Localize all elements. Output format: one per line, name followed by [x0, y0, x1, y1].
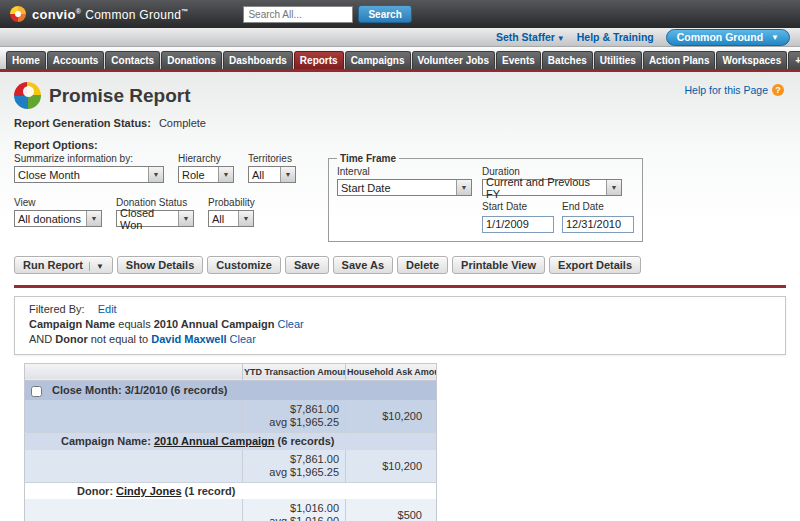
territories-select[interactable]: All▼	[248, 166, 296, 183]
search-input[interactable]	[243, 6, 353, 23]
territories-value: All	[252, 169, 264, 181]
save-as-button[interactable]: Save As	[333, 256, 393, 274]
filter-value: 2010 Annual Campaign	[154, 318, 275, 330]
donation-status-value: Closed Won	[120, 207, 174, 231]
tab-contacts[interactable]: Contacts	[105, 51, 160, 69]
donation-status-select[interactable]: Closed Won▼	[116, 210, 194, 227]
summarize-select[interactable]: Close Month▼	[14, 166, 164, 183]
view-select[interactable]: All donations▼	[14, 210, 102, 227]
convio-logo: convio®Common Ground™	[10, 6, 188, 22]
group-record-count: (6 records)	[275, 435, 335, 447]
hierarchy-label: Hierarchy	[178, 153, 234, 164]
duration-select[interactable]: Current and Previous FY▼	[482, 179, 622, 196]
date-range-fields: Start Date End Date	[482, 201, 634, 233]
page-content: Help for this Page ? Promise Report Repo…	[0, 72, 800, 521]
start-date-label: Start Date	[482, 201, 554, 212]
help-training-link[interactable]: Help & Training	[577, 31, 654, 43]
territories-field: Territories All▼	[248, 153, 296, 183]
subbar: Seth Staffer▼ Help & Training Common Gro…	[0, 28, 800, 47]
tab-reports[interactable]: Reports	[294, 51, 344, 69]
filter-line-2: AND Donor not equal to David Maxwell Cle…	[29, 332, 771, 347]
printable-view-button[interactable]: Printable View	[452, 256, 545, 274]
start-date-input[interactable]	[482, 216, 554, 233]
convio-logo-icon	[10, 6, 26, 22]
tab-add[interactable]: +	[788, 51, 800, 69]
search-button[interactable]: Search	[358, 5, 411, 23]
chevron-down-icon: ▼	[218, 167, 233, 182]
tab-campaigns[interactable]: Campaigns	[345, 51, 411, 69]
group-label: Donor:	[77, 485, 116, 497]
user-menu[interactable]: Seth Staffer▼	[496, 31, 565, 43]
filter-field: Campaign Name	[29, 318, 115, 330]
filter-clear-link[interactable]: Clear	[277, 318, 303, 330]
customize-button[interactable]: Customize	[207, 256, 281, 274]
filter-value-link[interactable]: David Maxwell	[151, 333, 226, 345]
user-name: Seth Staffer	[496, 31, 555, 43]
ytd-amount: $7,861.00	[249, 403, 339, 416]
donation-status-field: Donation Status Closed Won▼	[116, 197, 194, 227]
group-value: 3/1/2010	[125, 384, 168, 396]
screen: convio®Common Ground™ Search Seth Staffe…	[0, 0, 800, 521]
run-report-button[interactable]: Run Report▼	[14, 256, 113, 274]
help-question-icon[interactable]: ?	[772, 84, 784, 96]
hierarchy-select[interactable]: Role▼	[178, 166, 234, 183]
end-date-input[interactable]	[562, 216, 634, 233]
filtered-by-line: Filtered By: Edit	[29, 302, 771, 317]
navbar: HomeAccountsContactsDonationsDashboardsR…	[0, 47, 800, 69]
chevron-down-icon: ▼	[86, 211, 101, 226]
duration-value: Current and Previous FY	[486, 176, 602, 200]
tab-events[interactable]: Events	[496, 51, 541, 69]
tab-donations[interactable]: Donations	[161, 51, 222, 69]
group-checkbox[interactable]	[31, 386, 42, 397]
ask-amount: $10,200	[346, 450, 437, 483]
hierarchy-field: Hierarchy Role▼	[178, 153, 234, 183]
help-for-page-link[interactable]: Help for this Page	[685, 84, 768, 96]
delete-button[interactable]: Delete	[397, 256, 448, 274]
report-toolbar: Run Report▼ Show DetailsCustomizeSaveSav…	[14, 256, 786, 274]
search-area: Search	[243, 5, 411, 23]
group-header-row: Campaign Name: 2010 Annual Campaign (6 r…	[25, 433, 437, 450]
chevron-down-icon: ▼	[238, 211, 253, 226]
interval-field: Interval Start Date▼	[337, 166, 472, 196]
tab-home[interactable]: Home	[6, 51, 46, 69]
tab-utilities[interactable]: Utilities	[594, 51, 642, 69]
show-details-button[interactable]: Show Details	[117, 256, 203, 274]
group-label: Close Month:	[52, 384, 125, 396]
chevron-down-icon: ▼	[557, 34, 565, 43]
time-frame-panel: Time Frame Interval Start Date▼ Duration…	[328, 153, 643, 242]
interval-select[interactable]: Start Date▼	[337, 179, 472, 196]
group-values-row: $7,861.00avg $1,965.25$10,200	[25, 450, 437, 483]
convio-logo-text: convio®Common Ground™	[32, 7, 188, 22]
chevron-down-icon: ▼	[148, 167, 163, 182]
probability-field: Probability All▼	[208, 197, 255, 227]
tab-action-plans[interactable]: Action Plans	[643, 51, 716, 69]
interval-label: Interval	[337, 166, 472, 177]
save-button[interactable]: Save	[285, 256, 329, 274]
filter-clear-link[interactable]: Clear	[230, 333, 256, 345]
tab-dashboards[interactable]: Dashboards	[223, 51, 293, 69]
tab-accounts[interactable]: Accounts	[47, 51, 105, 69]
tab-volunteer-jobs[interactable]: Volunteer Jobs	[412, 51, 496, 69]
duration-field: Duration Current and Previous FY▼	[482, 166, 634, 196]
filter-edit-link[interactable]: Edit	[98, 303, 117, 315]
group-value-link[interactable]: 2010 Annual Campaign	[154, 435, 275, 447]
col-ytd-header: YTD Transaction Amount	[243, 363, 346, 380]
start-date-field: Start Date	[482, 201, 554, 233]
tab-workspaces[interactable]: Workspaces	[716, 51, 787, 69]
toolbar-buttons: Show DetailsCustomizeSaveSave AsDeletePr…	[117, 256, 641, 274]
group-record-count: (6 records)	[168, 384, 228, 396]
group-value-link[interactable]: Cindy Jones	[116, 485, 181, 497]
filtered-by-label: Filtered By:	[29, 303, 85, 315]
chevron-down-icon: ▼	[606, 180, 621, 195]
ytd-avg-amount: avg $1,016.00	[249, 515, 339, 521]
interval-value: Start Date	[341, 182, 391, 194]
app-switcher-button[interactable]: Common Ground▼	[666, 29, 790, 46]
export-details-button[interactable]: Export Details	[549, 256, 641, 274]
time-frame-row: Interval Start Date▼ Duration Current an…	[337, 166, 634, 233]
probability-value: All	[212, 213, 224, 225]
report-options: Summarize information by: Close Month▼ H…	[14, 153, 786, 242]
filter-operator: equals	[118, 318, 150, 330]
group-values-row: $7,861.00avg $1,965.25$10,200	[25, 400, 437, 433]
tab-batches[interactable]: Batches	[542, 51, 593, 69]
probability-select[interactable]: All▼	[208, 210, 254, 227]
